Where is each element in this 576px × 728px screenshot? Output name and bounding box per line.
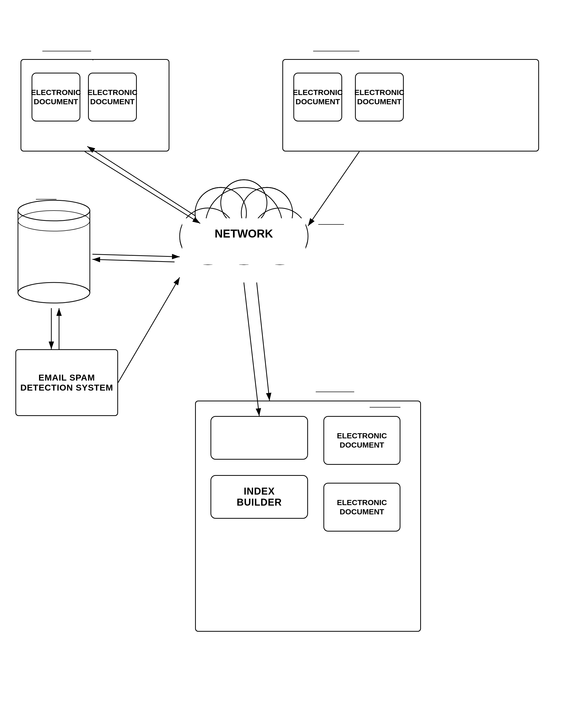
doc-120-inner: ELECTRONICDOCUMENT — [355, 73, 404, 121]
doc-124-box: ELECTRONICDOCUMENT — [323, 483, 400, 532]
ref-110-line — [42, 51, 91, 51]
ref-122-line — [370, 407, 400, 408]
index-builder-box: INDEXBUILDER — [210, 475, 308, 519]
svg-rect-17 — [182, 218, 306, 264]
ref-102-line — [316, 392, 354, 392]
server-110-box: ELECTRONICDOCUMENT ELECTRONICDOCUMENT — [21, 59, 169, 151]
email-spam-box: EMAIL SPAMDETECTION SYSTEM — [16, 349, 118, 416]
svg-line-28 — [244, 282, 259, 416]
ref-112-line — [313, 51, 359, 51]
database-svg — [16, 195, 97, 306]
doc-118: ELECTRONICDOCUMENT — [293, 73, 342, 121]
svg-line-30 — [257, 282, 269, 400]
crawler-box — [210, 416, 308, 460]
svg-point-2 — [18, 282, 90, 303]
svg-rect-0 — [18, 211, 90, 293]
ref-128-line — [36, 199, 56, 199]
svg-text:NETWORK: NETWORK — [214, 227, 273, 240]
network-cloud-svg: NETWORK — [144, 169, 344, 282]
doc-122-box: ELECTRONICDOCUMENT — [323, 416, 400, 465]
doc-114: ELECTRONICDOCUMENT — [32, 73, 80, 121]
ref-108-line — [318, 224, 344, 225]
svg-line-29 — [118, 277, 180, 383]
server-112-box: ELECTRONICDOCUMENT ELECTRONICDOCUMENT — [282, 59, 539, 151]
doc-116: ELECTRONICDOCUMENT — [88, 73, 137, 121]
